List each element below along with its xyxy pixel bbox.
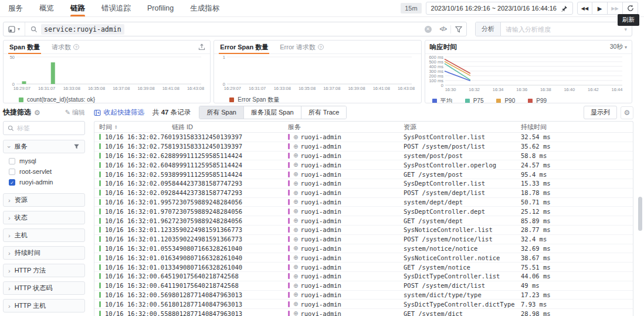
table-row[interactable]: 10/16 16:32:00.5618012877140847963013⊕ru… — [94, 300, 633, 309]
table-row[interactable]: 10/16 16:32:02.7601931583312450139397⊕ru… — [94, 133, 633, 142]
table-row[interactable]: 10/16 16:32:01.0163490807166328261040⊕ru… — [94, 253, 633, 263]
table-row[interactable]: 10/16 16:32:02.6048999111259585114424⊕ru… — [94, 160, 633, 170]
pin-icon[interactable] — [561, 5, 568, 12]
filter-section-header[interactable]: ›服务 — [3, 140, 85, 153]
view-mode-tab[interactable]: 所有 Trace — [301, 106, 347, 119]
vertical-scrollbar[interactable] — [638, 120, 642, 316]
table-row[interactable]: 10/16 16:32:00.5698012877140847963013⊕ru… — [94, 291, 633, 300]
clear-search-icon[interactable]: ✕ — [421, 22, 436, 36]
refresh-button[interactable] — [623, 2, 638, 15]
nav-tab-overview[interactable]: 概览 — [39, 0, 54, 16]
time-range-picker[interactable]: 2023/10/16 16:29:16 ~ 2023/10/16 16:44:1… — [426, 2, 573, 15]
table-row[interactable]: 10/16 16:32:01.9707230759889248284056⊕ru… — [94, 207, 633, 216]
chart-tab[interactable]: Error 请求数? — [279, 41, 325, 53]
nav-tab-generate-metrics[interactable]: 生成指标 — [190, 0, 219, 16]
table-settings-button[interactable]: ⚙ — [621, 106, 633, 119]
filter-option[interactable]: root-servlet — [9, 168, 83, 175]
step-back-button[interactable]: ◀◀ — [577, 2, 592, 15]
gear-icon[interactable]: ⚙ — [34, 109, 40, 117]
show-columns-button[interactable]: 显示列 — [584, 106, 617, 119]
service-cell: ⊕ruoyi-admin — [288, 152, 404, 159]
column-header[interactable]: 链路 ID — [172, 123, 288, 132]
table-row[interactable]: 10/16 16:32:02.5938999111259585114424⊕ru… — [94, 170, 633, 179]
legend-item[interactable]: Error Span 数量 — [229, 96, 279, 104]
edit-filters-button[interactable]: ✎编辑 — [65, 108, 85, 117]
globe-icon: ⊕ — [293, 283, 298, 289]
legend-item[interactable]: count(trace_id){status: ok} — [19, 96, 95, 103]
table-row[interactable]: 10/16 16:32:01.1233590224981591366773⊕ru… — [94, 226, 633, 235]
table-row[interactable]: 10/16 16:32:00.5588012877140847963013⊕ru… — [94, 309, 633, 316]
tag-search-input[interactable] — [17, 125, 70, 132]
help-icon[interactable]: ? — [73, 44, 79, 50]
view-mode-tab[interactable]: 服务顶层 Span — [243, 106, 301, 119]
collapse-quick-filter-button[interactable]: 收起快捷筛选 — [94, 108, 144, 117]
search-query-token[interactable]: service:ruoyi-admin — [41, 24, 124, 35]
time-range-quick[interactable]: 15m — [401, 3, 421, 14]
column-header-label: 时间 — [99, 123, 112, 132]
legend-item[interactable]: P99 — [528, 98, 547, 103]
column-header[interactable]: 资源 — [404, 123, 521, 132]
table-row[interactable]: 10/16 16:32:01.9957230759889248284056⊕ru… — [94, 198, 633, 207]
code-view-icon[interactable]: </> — [436, 22, 450, 36]
legend-item[interactable]: P75 — [465, 98, 484, 103]
step-forward-button[interactable]: ▶▶ — [608, 2, 623, 15]
legend-item[interactable]: P90 — [496, 98, 515, 103]
column-header[interactable]: 时间▲▼ — [99, 123, 172, 132]
scrollbar-thumb[interactable] — [638, 197, 642, 231]
table-row[interactable]: 10/16 16:32:02.7581931583312450139397⊕ru… — [94, 142, 633, 152]
checkbox[interactable] — [9, 158, 15, 164]
chart-tab[interactable]: 请求数? — [50, 41, 80, 53]
filter-option[interactable]: ✓ruoyi-admin — [9, 179, 83, 186]
table-row[interactable]: 10/16 16:32:02.6288999111259585114424⊕ru… — [94, 152, 633, 161]
checkbox[interactable] — [9, 169, 15, 175]
table-row[interactable]: 10/16 16:32:01.9627230759889248284056⊕ru… — [94, 216, 633, 226]
play-button[interactable]: ▶ — [592, 2, 608, 15]
filter-section-header[interactable]: ›HTTP 方法 — [3, 264, 85, 277]
table-row[interactable]: 10/16 16:32:01.1203590224981591366773⊕ru… — [94, 235, 633, 244]
filter-section-label: HTTP 方法 — [15, 266, 46, 275]
filter-section-header[interactable]: ›状态 — [3, 211, 85, 224]
chart-tab[interactable]: Error Span 数量 — [219, 41, 269, 53]
help-icon[interactable]: ? — [318, 44, 324, 50]
nav-tab-profiling[interactable]: Profiling — [147, 0, 174, 16]
table-row[interactable]: 10/16 16:32:01.0133490807166328261040⊕ru… — [94, 263, 633, 272]
sort-icon[interactable]: ▲▼ — [114, 125, 117, 129]
globe-icon: ⊕ — [293, 180, 298, 187]
filter-section-header[interactable]: ›持续时间 — [3, 246, 85, 260]
table-row[interactable]: 10/16 16:32:02.0928444237381587747293⊕ru… — [94, 189, 633, 198]
nav-tab-traces[interactable]: 链路 — [70, 0, 85, 16]
column-header[interactable]: 服务 — [288, 123, 404, 132]
trace-id-cell: 8444237381587747293 — [172, 189, 288, 196]
table-row[interactable]: 10/16 16:32:01.0553490807166328261040⊕ru… — [94, 244, 633, 254]
tag-search-box[interactable] — [3, 121, 85, 135]
legend-item[interactable]: 平均 — [432, 97, 452, 104]
filter-section-header[interactable]: ›主机 — [3, 228, 85, 242]
time-cell: 10/16 16:32:02.760 — [99, 133, 172, 140]
chevron-down-icon[interactable]: ▾ — [624, 26, 627, 32]
filter-section-header[interactable]: ›HTTP 状态码 — [3, 281, 85, 295]
filter-section-header[interactable]: ›资源 — [3, 193, 85, 207]
nav-tab-services[interactable]: 服务 — [8, 0, 23, 16]
status-bar — [99, 199, 101, 205]
service-bar — [288, 283, 290, 288]
trace-search-bar[interactable]: ▾ service:ruoyi-admin ✕ </> — [3, 22, 467, 36]
interval-select[interactable]: 30秒▾ — [610, 43, 627, 51]
view-mode-tab[interactable]: 所有 Span — [199, 106, 243, 119]
checkbox[interactable]: ✓ — [9, 179, 15, 186]
export-icon[interactable] — [198, 43, 205, 51]
chart-tab[interactable]: Span 数量 — [8, 41, 41, 53]
query-mode-selector[interactable]: ▾ — [4, 22, 25, 36]
time-cell: 10/16 16:32:01.995 — [99, 199, 172, 206]
filter-icon[interactable] — [73, 143, 80, 150]
table-row[interactable]: 10/16 16:32:02.0958444237381587747293⊕ru… — [94, 179, 633, 189]
table-row[interactable]: 10/16 16:32:00.641190175640218742568⊕ruo… — [94, 281, 633, 291]
table-row[interactable]: 10/16 16:32:00.645190175640218742568⊕ruo… — [94, 272, 633, 281]
response-time-legend: 平均P75P90P99 — [425, 95, 632, 103]
filter-section-header[interactable]: ›HTTP 主机 — [3, 299, 85, 312]
filter-icon[interactable] — [451, 22, 466, 36]
column-header[interactable]: 持续时间 — [521, 123, 633, 132]
analysis-input[interactable] — [501, 26, 624, 33]
nav-tab-error-tracking[interactable]: 错误追踪 — [101, 0, 131, 16]
trace-id-cell: 3490807166328261040 — [172, 264, 288, 271]
filter-option[interactable]: mysql — [9, 157, 83, 164]
